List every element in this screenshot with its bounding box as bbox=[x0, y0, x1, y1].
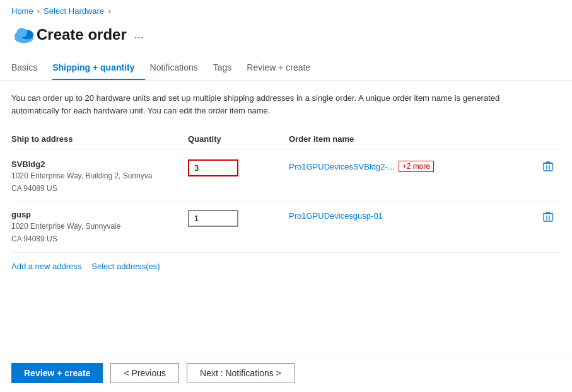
more-badge-1[interactable]: +2 more bbox=[399, 161, 434, 172]
select-addresses-link[interactable]: Select address(es) bbox=[91, 262, 160, 271]
address-line2-1: CA 94089 US bbox=[11, 183, 188, 194]
order-link-2[interactable]: Pro1GPUDevicesgusp-01 bbox=[289, 211, 383, 221]
breadcrumb-sep1: › bbox=[37, 6, 40, 16]
add-new-address-link[interactable]: Add a new address bbox=[11, 262, 81, 271]
tab-tags[interactable]: Tags bbox=[213, 56, 242, 80]
delete-button-1[interactable] bbox=[535, 159, 561, 172]
svg-rect-8 bbox=[544, 214, 552, 221]
address-cell-1: SVBldg2 1020 Enterprise Way, Building 2,… bbox=[11, 159, 188, 194]
address-line2-2: CA 94089 US bbox=[11, 233, 188, 245]
tab-review-create[interactable]: Review + create bbox=[247, 56, 320, 80]
table-row: SVBldg2 1020 Enterprise Way, Building 2,… bbox=[11, 152, 561, 202]
tab-basics[interactable]: Basics bbox=[11, 56, 47, 80]
table-row: gusp 1020 Enterprise Way, Sunnyvale CA 9… bbox=[11, 202, 561, 253]
address-line1-2: 1020 Enterprise Way, Sunnyvale bbox=[11, 221, 188, 232]
ellipsis-button[interactable]: ... bbox=[134, 28, 144, 42]
quantity-cell-1[interactable] bbox=[188, 159, 289, 176]
cloud-icon bbox=[11, 22, 37, 47]
address-name-2: gusp bbox=[11, 210, 188, 219]
breadcrumb-sep2: › bbox=[108, 6, 110, 16]
previous-button[interactable]: < Previous bbox=[110, 363, 179, 383]
review-create-button[interactable]: Review + create bbox=[11, 363, 103, 383]
delete-button-2[interactable] bbox=[535, 210, 561, 222]
page-title: Create order bbox=[37, 26, 127, 43]
add-links-bar: Add a new address Select address(es) bbox=[11, 262, 561, 271]
order-link-1[interactable]: Pro1GPUDevicesSVBldg2-... bbox=[289, 162, 395, 171]
col-ship-to: Ship to address bbox=[11, 134, 188, 144]
address-name-1: SVBldg2 bbox=[11, 159, 188, 169]
svg-point-3 bbox=[16, 28, 27, 37]
footer-bar: Review + create < Previous Next : Notifi… bbox=[0, 354, 572, 392]
svg-rect-4 bbox=[544, 163, 552, 171]
description-text: You can order up to 20 hardware units an… bbox=[11, 92, 528, 117]
quantity-input-1[interactable] bbox=[188, 159, 238, 176]
next-notifications-button[interactable]: Next : Notifications > bbox=[187, 363, 295, 383]
col-order-item: Order item name bbox=[289, 134, 535, 144]
address-cell-2: gusp 1020 Enterprise Way, Sunnyvale CA 9… bbox=[11, 210, 188, 245]
breadcrumb-select-hardware[interactable]: Select Hardware bbox=[44, 6, 104, 16]
page-header: Create order ... bbox=[0, 20, 572, 54]
trash-icon-2 bbox=[542, 211, 554, 222]
address-line1-1: 1020 Enterprise Way, Building 2, Sunnyva bbox=[11, 170, 188, 182]
quantity-cell-2[interactable] bbox=[188, 210, 289, 227]
table-header: Ship to address Quantity Order item name bbox=[11, 129, 561, 149]
main-content: You can order up to 20 hardware units an… bbox=[0, 81, 572, 271]
trash-icon-1 bbox=[542, 161, 554, 172]
tabs-bar: Basics Shipping + quantity Notifications… bbox=[0, 56, 572, 81]
order-name-cell-2: Pro1GPUDevicesgusp-01 bbox=[289, 210, 535, 221]
col-quantity: Quantity bbox=[188, 134, 289, 144]
tab-shipping[interactable]: Shipping + quantity bbox=[52, 56, 144, 80]
breadcrumb-home[interactable]: Home bbox=[11, 6, 33, 16]
order-name-cell-1: Pro1GPUDevicesSVBldg2-... +2 more bbox=[289, 159, 535, 172]
tab-notifications[interactable]: Notifications bbox=[150, 56, 208, 80]
quantity-input-2[interactable] bbox=[188, 210, 238, 227]
breadcrumb: Home › Select Hardware › bbox=[0, 0, 572, 20]
